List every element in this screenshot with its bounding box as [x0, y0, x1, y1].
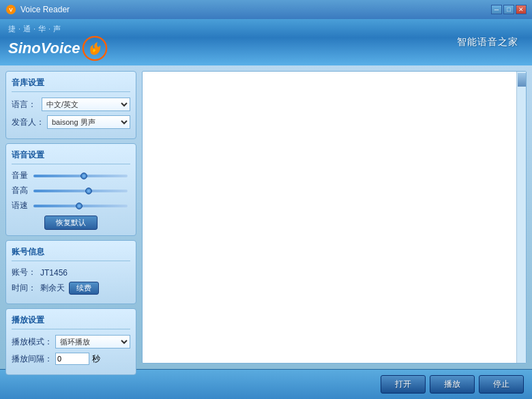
language-row: 语言： 中文/英文: [12, 98, 130, 111]
scrollbar-thumb[interactable]: [518, 73, 526, 87]
logo-icon: [82, 35, 108, 61]
pitch-track[interactable]: [33, 190, 128, 192]
reset-button[interactable]: 恢复默认: [44, 216, 98, 230]
account-no-value: JT1456: [40, 268, 68, 278]
account-no-row: 账号： JT1456: [12, 267, 130, 278]
logo-main: SinoVoice: [8, 35, 108, 61]
sound-bank-section: 音库设置 语言： 中文/英文 发音人： baisong 男声: [5, 71, 136, 139]
header: 捷·通·华·声 SinoVoice 智能语音之家: [0, 19, 532, 65]
pitch-thumb[interactable]: [85, 188, 92, 194]
main-container: 音库设置 语言： 中文/英文 发音人： baisong 男声 语音设置 音量: [0, 65, 532, 369]
right-panel: [142, 71, 527, 364]
playback-mode-row: 播放模式： 循环播放: [12, 335, 130, 349]
charge-button[interactable]: 续费: [69, 282, 99, 295]
maximize-button[interactable]: □: [503, 5, 514, 14]
playback-interval-row: 播放间隔： 秒: [12, 353, 130, 365]
playback-interval-input[interactable]: [55, 353, 89, 365]
volume-track[interactable]: [33, 175, 128, 177]
playback-title: 播放设置: [12, 314, 130, 329]
pitch-label: 音高: [12, 185, 31, 196]
scrollbar[interactable]: [516, 72, 526, 363]
window-controls: ─ □ ✕: [491, 5, 527, 14]
minimize-button[interactable]: ─: [491, 5, 502, 14]
logo-subtitle: 捷·通·华·声: [8, 24, 108, 34]
logo-text: SinoVoice: [8, 40, 80, 57]
stop-button[interactable]: 停止: [479, 375, 524, 394]
speaker-row: 发音人： baisong 男声: [12, 115, 130, 129]
playback-mode-select[interactable]: 循环播放: [55, 335, 130, 349]
volume-label: 音量: [12, 170, 31, 181]
pitch-row: 音高: [12, 185, 130, 196]
language-select[interactable]: 中文/英文: [42, 98, 130, 111]
account-title: 账号信息: [12, 246, 130, 261]
speed-track[interactable]: [33, 205, 128, 207]
playback-mode-label: 播放模式：: [12, 336, 53, 348]
interval-unit: 秒: [92, 353, 100, 365]
play-button[interactable]: 播放: [430, 375, 475, 394]
app-icon: V: [5, 4, 16, 15]
header-tagline: 智能语音之家: [457, 36, 518, 48]
speaker-select[interactable]: baisong 男声: [47, 115, 130, 129]
language-label: 语言：: [12, 99, 39, 110]
speaker-label: 发音人：: [12, 117, 44, 128]
account-no-label: 账号：: [12, 267, 36, 278]
voice-settings-section: 语音设置 音量 音高 语速 恢复默认: [5, 143, 136, 236]
window-title: Voice Reader: [20, 5, 491, 14]
volume-row: 音量: [12, 170, 130, 181]
svg-text:V: V: [9, 7, 13, 13]
close-button[interactable]: ✕: [516, 5, 527, 14]
time-value: 剩余天: [40, 282, 65, 294]
account-section: 账号信息 账号： JT1456 时间： 剩余天 续费: [5, 240, 136, 304]
speed-row: 语速: [12, 200, 130, 211]
playback-section: 播放设置 播放模式： 循环播放 播放间隔： 秒: [5, 308, 136, 375]
sound-bank-title: 音库设置: [12, 77, 130, 92]
time-row: 时间： 剩余天 续费: [12, 282, 130, 295]
title-bar: V Voice Reader ─ □ ✕: [0, 0, 532, 19]
speed-label: 语速: [12, 200, 31, 211]
main-text-area[interactable]: [145, 74, 523, 360]
voice-settings-title: 语音设置: [12, 149, 130, 164]
playback-interval-label: 播放间隔：: [12, 353, 53, 365]
time-label: 时间：: [12, 282, 36, 294]
logo-area: 捷·通·华·声 SinoVoice: [8, 24, 108, 61]
volume-thumb[interactable]: [80, 173, 87, 179]
speed-thumb[interactable]: [76, 203, 83, 209]
left-panel: 音库设置 语言： 中文/英文 发音人： baisong 男声 语音设置 音量: [5, 71, 136, 364]
open-button[interactable]: 打开: [381, 375, 426, 394]
